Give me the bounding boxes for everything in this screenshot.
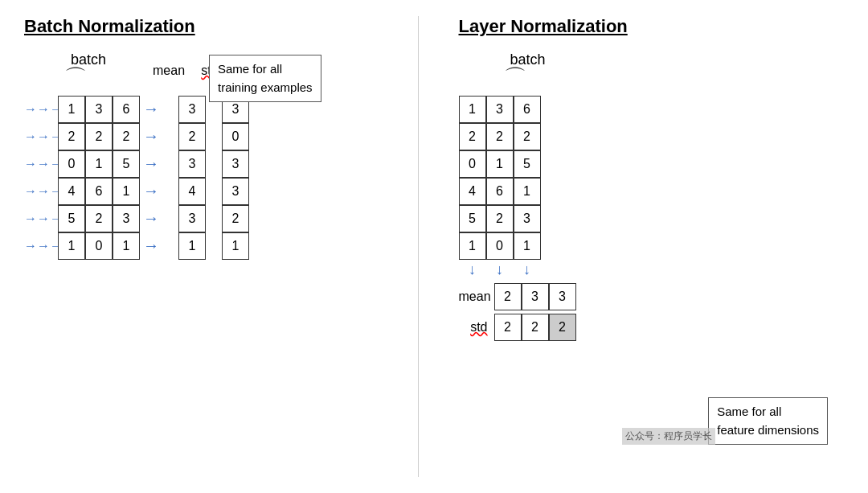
bn-row-2: →→→015→: [24, 150, 159, 178]
bn-row-5: →→→101→: [24, 232, 159, 260]
bn-cell-5-1: 0: [85, 232, 113, 260]
ln-row-1: 222: [459, 123, 541, 150]
bn-row-3: →→→461→: [24, 178, 159, 205]
bn-left-arrow-4: →→→: [24, 212, 56, 226]
ln-cell-4-1: 2: [486, 205, 514, 232]
bn-cell-1-0: 2: [58, 123, 85, 150]
bn-mean-val-2: 3: [178, 150, 206, 178]
ln-cell-3-0: 4: [459, 178, 486, 205]
bn-right-arrow-3: →: [143, 182, 159, 200]
ln-main-grid: 136222015461523101: [459, 96, 541, 260]
bn-cell-0-0: 1: [58, 96, 85, 123]
ln-row-3: 461: [459, 178, 541, 205]
ln-brace: ⌒: [504, 70, 524, 86]
bn-mean-val-4: 3: [178, 205, 206, 232]
bn-info-text: Same for alltraining examples: [218, 62, 313, 94]
bn-right-arrow-1: →: [143, 127, 159, 146]
ln-cell-2-0: 0: [459, 150, 486, 178]
ln-cell-2-2: 5: [514, 150, 541, 178]
bn-mean-val-5: 1: [178, 232, 206, 260]
ln-cell-1-2: 2: [514, 123, 541, 150]
bn-cell-5-0: 1: [58, 232, 85, 260]
ln-cell-2-1: 1: [486, 150, 514, 178]
ln-cell-5-2: 1: [514, 232, 541, 260]
bn-cell-0-2: 6: [113, 96, 140, 123]
ln-mean-row: mean233: [459, 283, 576, 310]
bn-cell-3-0: 4: [58, 178, 85, 205]
bn-std-val-4: 2: [222, 205, 249, 232]
bn-std-val-1: 0: [222, 123, 249, 150]
main-container: Batch Normalization batch ⌒ mean std Sam…: [0, 0, 868, 493]
ln-std-val-2: 2: [549, 314, 576, 341]
bn-right-arrow-0: →: [143, 100, 159, 118]
bn-left-arrow-2: →→→: [24, 157, 56, 171]
bn-row-4: →→→523→: [24, 205, 159, 232]
bn-cell-4-0: 5: [58, 205, 85, 232]
bn-std-col: 303321: [222, 96, 249, 260]
bn-cell-3-1: 6: [85, 178, 113, 205]
ln-cell-3-1: 6: [486, 178, 514, 205]
ln-down-arrow-0: ↓: [459, 261, 486, 278]
layer-norm-section: Layer Normalization batch ⌒ 136222015461…: [427, 16, 845, 477]
ln-cell-5-1: 0: [486, 232, 514, 260]
bn-cell-2-0: 0: [58, 150, 85, 178]
layer-norm-title: Layer Normalization: [459, 16, 628, 37]
ln-std-label: std: [459, 320, 488, 335]
ln-mean-val-0: 2: [494, 283, 522, 310]
bn-cell-5-2: 1: [113, 232, 140, 260]
bn-row-1: →→→222→: [24, 123, 159, 150]
bn-cell-1-2: 2: [113, 123, 140, 150]
batch-norm-title: Batch Normalization: [24, 16, 195, 37]
bn-left-arrow-1: →→→: [24, 129, 56, 144]
bn-row-0: →→→136→: [24, 96, 159, 123]
divider: [418, 16, 419, 477]
ln-cell-0-0: 1: [459, 96, 486, 123]
bn-main-grid: →→→136→→→→222→→→→015→→→→461→→→→523→→→→10…: [24, 96, 159, 260]
bn-left-arrow-5: →→→: [24, 239, 56, 253]
bn-mean-col: 323431: [178, 96, 206, 260]
ln-cell-5-0: 1: [459, 232, 486, 260]
bn-mean-header: mean: [153, 64, 180, 78]
bn-right-arrow-4: →: [143, 209, 159, 228]
bn-cell-3-2: 1: [113, 178, 140, 205]
bn-left-arrow-3: →→→: [24, 184, 56, 199]
ln-std-row: std222: [459, 314, 576, 341]
ln-info-box: Same for allfeature dimensions: [708, 397, 828, 445]
ln-cell-1-0: 2: [459, 123, 486, 150]
ln-row-0: 136: [459, 96, 541, 123]
bn-mean-val-3: 4: [178, 178, 206, 205]
bn-cell-4-1: 2: [85, 205, 113, 232]
bn-left-arrow-0: →→→: [24, 102, 56, 117]
ln-cell-0-2: 6: [514, 96, 541, 123]
bn-std-val-5: 1: [222, 232, 249, 260]
ln-down-arrow-1: ↓: [486, 261, 514, 278]
bn-right-arrow-2: →: [143, 154, 159, 173]
ln-down-arrow-2: ↓: [514, 261, 541, 278]
batch-norm-section: Batch Normalization batch ⌒ mean std Sam…: [24, 16, 410, 477]
bn-brace: ⌒: [64, 70, 84, 86]
ln-cell-4-2: 3: [514, 205, 541, 232]
bn-info-box: Same for alltraining examples: [209, 55, 321, 102]
ln-cell-3-2: 1: [514, 178, 541, 205]
bn-right-arrow-5: →: [143, 236, 159, 255]
bn-cell-2-2: 5: [113, 150, 140, 178]
ln-down-arrows: ↓↓↓: [459, 261, 541, 278]
bn-cell-1-1: 2: [85, 123, 113, 150]
ln-row-4: 523: [459, 205, 541, 232]
ln-mean-val-1: 3: [522, 283, 549, 310]
bn-mean-val-0: 3: [178, 96, 206, 123]
bn-std-val-2: 3: [222, 150, 249, 178]
ln-info-text: Same for allfeature dimensions: [717, 405, 819, 437]
ln-cell-1-1: 2: [486, 123, 514, 150]
watermark: 公众号：程序员学长: [622, 428, 715, 445]
bn-std-val-3: 3: [222, 178, 249, 205]
ln-row-2: 015: [459, 150, 541, 178]
ln-mean-val-2: 3: [549, 283, 576, 310]
bn-cell-4-2: 3: [113, 205, 140, 232]
ln-mean-label: mean: [459, 290, 488, 304]
ln-cell-4-0: 5: [459, 205, 486, 232]
ln-std-val-0: 2: [494, 314, 522, 341]
bn-cell-2-1: 1: [85, 150, 113, 178]
ln-row-5: 101: [459, 232, 541, 260]
ln-cell-0-1: 3: [486, 96, 514, 123]
